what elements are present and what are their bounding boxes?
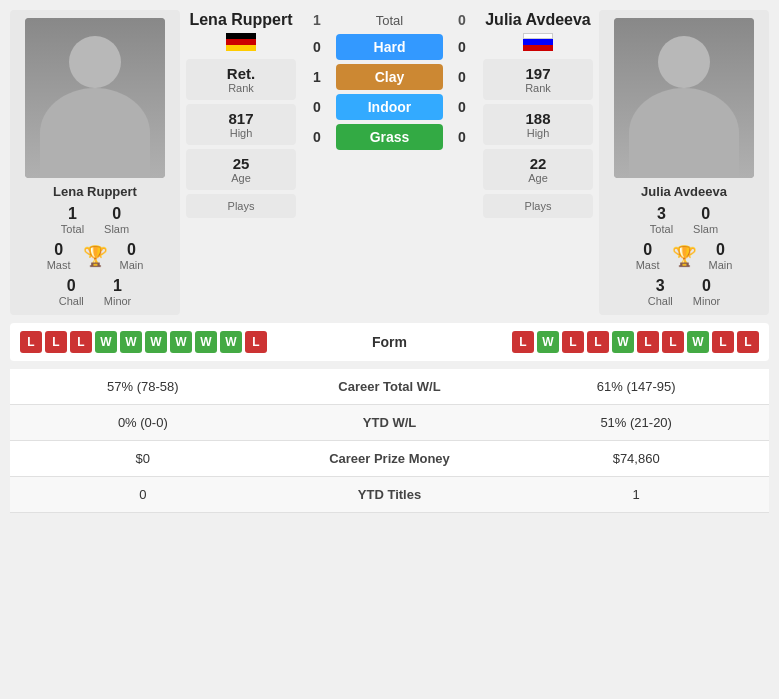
player2-plays-label: Plays (493, 200, 583, 212)
clay-right-score: 0 (447, 69, 477, 85)
player2-head (658, 36, 710, 88)
player1-high-value: 817 (196, 110, 286, 127)
player2-mast-stat: 0 Mast (636, 241, 660, 271)
form-badge: L (512, 331, 534, 353)
flag-stripe-gold (226, 45, 256, 51)
player1-total-value: 1 (68, 205, 77, 223)
form-badge: W (195, 331, 217, 353)
player1-header-name: Lena Ruppert (189, 10, 292, 29)
clay-badge: Clay (336, 64, 443, 90)
form-badge: L (637, 331, 659, 353)
player2-age-value: 22 (493, 155, 583, 172)
player2-card: Julia Avdeeva 3 Total 0 Slam 0 Mast 🏆 (599, 10, 769, 315)
player2-mast-value: 0 (643, 241, 652, 259)
player2-stats-row2: 3 Chall 0 Minor (607, 277, 761, 307)
form-badge: L (712, 331, 734, 353)
total-left-score: 1 (302, 12, 332, 28)
player2-rank-box: 197 Rank (483, 59, 593, 100)
player1-plays-label: Plays (196, 200, 286, 212)
player1-chall-value: 0 (67, 277, 76, 295)
stat-center-label: YTD W/L (276, 405, 504, 441)
stat-right-value: 1 (503, 477, 769, 513)
player2-minor-label: Minor (693, 295, 721, 307)
player1-high-box: 817 High (186, 104, 296, 145)
player2-main-stat: 0 Main (709, 241, 733, 271)
player2-high-box: 188 High (483, 104, 593, 145)
stat-left-value: 0% (0-0) (10, 405, 276, 441)
stat-center-label: YTD Titles (276, 477, 504, 513)
player1-mast-value: 0 (54, 241, 63, 259)
stats-row: 0% (0-0)YTD W/L51% (21-20) (10, 405, 769, 441)
form-badge: W (95, 331, 117, 353)
player2-stats-row1: 3 Total 0 Slam (607, 205, 761, 235)
stat-right-value: $74,860 (503, 441, 769, 477)
player2-chall-label: Chall (648, 295, 673, 307)
player1-chall-label: Chall (59, 295, 84, 307)
player1-age-value: 25 (196, 155, 286, 172)
player1-stats-row1: 1 Total 0 Slam (18, 205, 172, 235)
player1-flag (226, 33, 256, 51)
player1-trophy-icon: 🏆 (83, 246, 108, 266)
player1-main-label: Main (120, 259, 144, 271)
player1-total-label: Total (61, 223, 84, 235)
player2-info-panel: Julia Avdeeva 197 Rank 188 High 22 Age P… (483, 10, 593, 315)
grass-left-score: 0 (302, 129, 332, 145)
player1-age-box: 25 Age (186, 149, 296, 190)
stat-right-value: 61% (147-95) (503, 369, 769, 405)
form-badge: W (220, 331, 242, 353)
form-badge: W (170, 331, 192, 353)
player1-trophy-row: 0 Mast 🏆 0 Main (18, 241, 172, 271)
stat-left-value: $0 (10, 441, 276, 477)
player1-age-label: Age (196, 172, 286, 184)
player2-slam-stat: 0 Slam (693, 205, 718, 235)
hard-left-score: 0 (302, 39, 332, 55)
player1-mast-stat: 0 Mast (47, 241, 71, 271)
hard-badge: Hard (336, 34, 443, 60)
stat-left-value: 0 (10, 477, 276, 513)
player1-avatar (25, 18, 165, 178)
stat-right-value: 51% (21-20) (503, 405, 769, 441)
player1-card: Lena Ruppert 1 Total 0 Slam 0 Mast 🏆 (10, 10, 180, 315)
player2-total-value: 3 (657, 205, 666, 223)
player1-plays-box: Plays (186, 194, 296, 218)
player2-header-name: Julia Avdeeva (485, 10, 591, 29)
form-badge: L (562, 331, 584, 353)
indoor-row: 0 Indoor 0 (302, 94, 477, 120)
clay-left-score: 1 (302, 69, 332, 85)
form-badge: L (737, 331, 759, 353)
player2-main-label: Main (709, 259, 733, 271)
hard-row: 0 Hard 0 (302, 34, 477, 60)
form-section: LLLWWWWWWL Form LWLLWLLWLL (10, 323, 769, 361)
player1-slam-label: Slam (104, 223, 129, 235)
player1-slam-value: 0 (112, 205, 121, 223)
player2-trophy-icon: 🏆 (672, 246, 697, 266)
total-right-score: 0 (447, 12, 477, 28)
indoor-left-score: 0 (302, 99, 332, 115)
clay-row: 1 Clay 0 (302, 64, 477, 90)
player1-main-value: 0 (127, 241, 136, 259)
player2-high-value: 188 (493, 110, 583, 127)
hard-right-score: 0 (447, 39, 477, 55)
player2-rank-value: 197 (493, 65, 583, 82)
player1-total-stat: 1 Total (61, 205, 84, 235)
player1-rank-box: Ret. Rank (186, 59, 296, 100)
player2-name: Julia Avdeeva (641, 184, 727, 199)
player1-minor-stat: 1 Minor (104, 277, 132, 307)
player2-form-badges: LWLLWLLWLL (512, 331, 759, 353)
player1-info-panel: Lena Ruppert Ret. Rank 817 High 25 Age P… (186, 10, 296, 315)
player2-chall-stat: 3 Chall (648, 277, 673, 307)
player2-age-label: Age (493, 172, 583, 184)
player2-slam-label: Slam (693, 223, 718, 235)
player2-silhouette (614, 18, 754, 178)
flag2-stripe-red (523, 45, 553, 51)
grass-row: 0 Grass 0 (302, 124, 477, 150)
player1-slam-stat: 0 Slam (104, 205, 129, 235)
player1-rank-label: Rank (196, 82, 286, 94)
form-badge: L (587, 331, 609, 353)
player1-minor-label: Minor (104, 295, 132, 307)
stats-row: 0YTD Titles1 (10, 477, 769, 513)
player1-head (69, 36, 121, 88)
player1-form-badges: LLLWWWWWWL (20, 331, 267, 353)
player1-high-label: High (196, 127, 286, 139)
form-badge: L (70, 331, 92, 353)
